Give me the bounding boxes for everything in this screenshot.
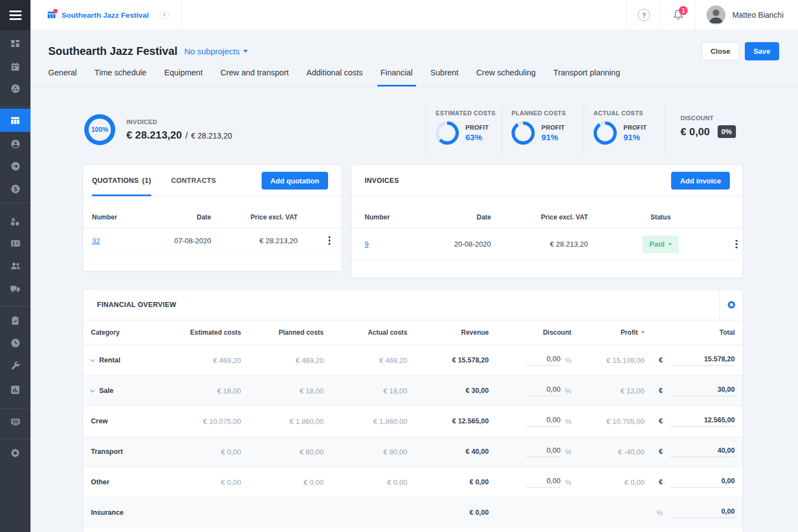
- notifications-button[interactable]: 1: [661, 0, 695, 30]
- total-input[interactable]: 40,00: [669, 447, 735, 457]
- row-menu-icon[interactable]: [326, 234, 333, 247]
- tab-subrent[interactable]: Subrent: [431, 68, 459, 86]
- invoice-status-dropdown[interactable]: Paid: [642, 236, 679, 253]
- add-quotation-button[interactable]: Add quotation: [262, 172, 328, 190]
- sidebar-item-time[interactable]: [0, 332, 30, 354]
- sidebar-item-subrentals[interactable]: [0, 155, 30, 177]
- actual-value: € 0,00: [324, 478, 407, 487]
- help-button[interactable]: ?: [626, 0, 661, 30]
- tab-quotations[interactable]: QUOTATIONS (1): [92, 165, 151, 196]
- user-menu[interactable]: Matteo Bianchi: [695, 0, 798, 30]
- planned-value: € 1.860,00: [241, 417, 324, 426]
- quotation-number-link[interactable]: 32: [92, 237, 100, 245]
- col-estimated: Estimated costs: [181, 329, 241, 336]
- sidebar-item-tasks[interactable]: [0, 309, 30, 331]
- col-number: Number: [365, 213, 442, 221]
- sidebar-item-planner[interactable]: [0, 78, 30, 100]
- tab-transport-planning[interactable]: Transport planning: [554, 68, 620, 86]
- avatar: [707, 6, 725, 24]
- total-input[interactable]: 30,00: [669, 386, 735, 396]
- close-button[interactable]: Close: [702, 42, 739, 60]
- discount-input[interactable]: 0,00: [526, 446, 560, 457]
- sidebar-item-transport[interactable]: [0, 277, 30, 299]
- profit-value: € 10.705,00: [571, 417, 644, 426]
- sidebar-item-crew[interactable]: [0, 255, 30, 277]
- discount-input[interactable]: 0,00: [526, 416, 560, 427]
- tab-financial[interactable]: Financial: [381, 68, 413, 86]
- invoice-price: € 28.213,20: [491, 240, 588, 248]
- sidebar-item-projects[interactable]: [0, 109, 30, 132]
- discount-input[interactable]: 0,00: [526, 355, 560, 366]
- estimated-value: € 10.075,00: [181, 417, 241, 426]
- quotations-table-header: Number Date Price excl. VAT: [83, 197, 341, 228]
- sidebar-item-equipment[interactable]: [0, 210, 30, 232]
- hamburger-menu-icon[interactable]: [0, 0, 30, 30]
- chevron-down-icon: [668, 243, 672, 245]
- sidebar-item-dashboard[interactable]: [0, 33, 30, 55]
- discount-stat: DISCOUNT € 0,00 0%: [665, 105, 743, 154]
- percent-prefix: %: [656, 509, 663, 517]
- tab-equipment[interactable]: Equipment: [164, 68, 202, 86]
- col-total: Total: [644, 329, 743, 336]
- add-invoice-button[interactable]: Add invoice: [671, 172, 730, 190]
- invoices-table-header: Number Date Price excl. VAT Status: [351, 197, 743, 228]
- sidebar-item-financial[interactable]: $: [0, 178, 30, 200]
- col-number: Number: [92, 213, 158, 221]
- sidebar-item-calendar[interactable]: [0, 55, 30, 78]
- revenue-value: € 12.565,00: [407, 417, 489, 425]
- shapes-icon: [11, 217, 20, 226]
- calendar-icon: [11, 62, 20, 71]
- sidebar-item-contacts[interactable]: [0, 232, 30, 254]
- discount-input[interactable]: 0,00: [526, 477, 560, 488]
- overview-table-body: Rental € 469,20 € 469,20 € 469,20 € 15.5…: [83, 345, 743, 528]
- currency-prefix: €: [659, 448, 663, 456]
- profit-value: € 15.109,00: [571, 356, 644, 365]
- table-row-rental: Rental € 469,20 € 469,20 € 469,20 € 15.5…: [83, 345, 743, 376]
- profit-value: 91%: [541, 132, 565, 142]
- tab-additional-costs[interactable]: Additional costs: [306, 68, 363, 86]
- person-circle-icon: [11, 139, 21, 149]
- total-input[interactable]: 12.565,00: [669, 416, 735, 427]
- total-input[interactable]: 0,00: [669, 508, 735, 518]
- dashboard-icon: [11, 39, 20, 49]
- actual-costs-donut: [594, 121, 617, 145]
- sidebar-item-repairs[interactable]: [0, 355, 30, 377]
- quotation-price: € 28.213,20: [211, 237, 298, 245]
- project-tabs: General Time schedule Equipment Crew and…: [30, 68, 798, 87]
- sidebar-item-settings[interactable]: [0, 442, 30, 464]
- tab-general[interactable]: General: [48, 68, 77, 86]
- tab-crew-scheduling[interactable]: Crew scheduling: [476, 68, 535, 86]
- category-label: Rental: [99, 356, 120, 364]
- subprojects-dropdown[interactable]: No subprojects: [184, 47, 248, 56]
- sidebar-item-warehouse[interactable]: [0, 411, 30, 433]
- col-profit-sort[interactable]: Profit: [571, 329, 644, 336]
- total-input[interactable]: 15.578,20: [669, 355, 735, 366]
- sidebar-item-customers[interactable]: [0, 133, 30, 155]
- percent-unit: %: [565, 387, 571, 395]
- actual-costs-label: ACTUAL COSTS: [594, 110, 665, 116]
- actual-value: € 469,20: [324, 356, 407, 365]
- sidebar-item-reports[interactable]: [0, 378, 30, 401]
- planned-costs-gauge: PLANNED COSTS PROFIT 91%: [502, 105, 584, 154]
- table-settings-button[interactable]: [719, 290, 743, 320]
- quotations-panel: QUOTATIONS (1) CONTRACTS Add quotation N…: [83, 165, 342, 272]
- invoiced-donut: 100%: [84, 114, 115, 145]
- save-button[interactable]: Save: [745, 42, 779, 60]
- quotations-count: (1): [142, 177, 151, 185]
- tab-contracts[interactable]: CONTRACTS: [171, 165, 216, 196]
- discount-input[interactable]: 0,00: [526, 385, 560, 396]
- invoice-number-link[interactable]: 9: [365, 240, 369, 248]
- row-menu-icon[interactable]: [733, 238, 740, 251]
- expand-row-icon[interactable]: [90, 387, 95, 392]
- total-input[interactable]: 0,00: [669, 477, 735, 488]
- tab-crew-and-transport[interactable]: Crew and transport: [221, 68, 289, 86]
- expand-row-icon[interactable]: [90, 357, 95, 361]
- profit-label: PROFIT: [623, 124, 647, 131]
- project-tab-label: Southearth Jazz Festival: [62, 11, 149, 19]
- tab-time-schedule[interactable]: Time schedule: [95, 68, 147, 86]
- col-planned: Planned costs: [241, 329, 324, 336]
- open-project-tab[interactable]: Southearth Jazz Festival ✕: [30, 0, 182, 30]
- category-label: Transport: [91, 448, 123, 456]
- close-tab-icon[interactable]: ✕: [160, 11, 169, 19]
- help-icon: ?: [638, 9, 650, 21]
